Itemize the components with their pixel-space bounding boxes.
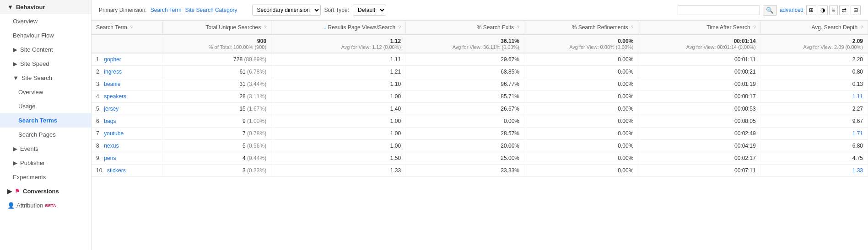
cell-searches: 4 (0.44%) bbox=[162, 152, 271, 165]
advanced-link[interactable]: advanced bbox=[780, 7, 803, 13]
sort-icon: ↓ bbox=[323, 24, 328, 31]
pie-view-button[interactable]: ◑ bbox=[818, 5, 828, 15]
col-search-refinements: % Search Refinements ? bbox=[524, 21, 638, 35]
term-link[interactable]: bags bbox=[104, 118, 116, 124]
list-view-button[interactable]: ≡ bbox=[829, 5, 838, 15]
secondary-dimension-select[interactable]: Secondary dimension bbox=[252, 5, 321, 16]
person-icon: 👤 bbox=[7, 202, 15, 209]
cell-depth: 4.75 bbox=[760, 152, 868, 165]
cell-time: 00:01:11 bbox=[638, 53, 760, 66]
cell-term: 4. speakers bbox=[92, 90, 162, 103]
term-link[interactable]: nexus bbox=[104, 143, 119, 149]
totals-searches-value: 900 bbox=[257, 38, 266, 44]
sidebar-item-behaviour-flow[interactable]: Behaviour Flow bbox=[0, 28, 91, 43]
chevron-right-icon: ▶ bbox=[7, 188, 12, 195]
col-time-after-search: Time After Search ? bbox=[638, 21, 760, 35]
sidebar-item-site-content[interactable]: ▶ Site Content bbox=[0, 43, 91, 57]
compare-view-button[interactable]: ⇄ bbox=[839, 5, 849, 15]
sidebar-item-label: Conversions bbox=[23, 188, 59, 195]
sidebar-item-search-pages[interactable]: Search Pages bbox=[0, 128, 91, 142]
cell-exits: 29.67% bbox=[406, 53, 524, 66]
cell-term: 3. beanie bbox=[92, 78, 162, 90]
term-link[interactable]: speakers bbox=[104, 93, 126, 100]
table-row: 2. ingress 61 (6.78%) 1.21 68.85% 0.00% … bbox=[92, 66, 868, 78]
sidebar-item-overview[interactable]: Overview bbox=[0, 14, 91, 28]
cell-depth: 2.27 bbox=[760, 103, 868, 115]
row-number: 9. bbox=[96, 155, 101, 161]
term-link[interactable]: stickers bbox=[107, 167, 126, 174]
cell-searches: 3 (0.33%) bbox=[162, 165, 271, 177]
term-link[interactable]: gopher bbox=[104, 56, 121, 63]
cell-time: 00:01:19 bbox=[638, 78, 760, 90]
row-number: 3. bbox=[96, 81, 101, 87]
totals-refinements: 0.00% Avg for View: 0.00% (0.00%) bbox=[524, 35, 638, 53]
sidebar-item-site-search-overview[interactable]: Overview bbox=[0, 85, 91, 99]
term-link[interactable]: jersey bbox=[104, 106, 119, 112]
sidebar-item-attribution[interactable]: 👤 Attribution BETA bbox=[0, 198, 91, 213]
cell-depth: 1.11 bbox=[760, 90, 868, 103]
row-number: 7. bbox=[96, 130, 101, 137]
site-search-category-link[interactable]: Site Search Category bbox=[185, 7, 237, 13]
sidebar-item-search-terms[interactable]: Search Terms bbox=[0, 113, 91, 128]
row-number: 8. bbox=[96, 143, 101, 149]
sidebar-item-experiments[interactable]: Experiments bbox=[0, 170, 91, 184]
col-search-term: Search Term ? bbox=[92, 21, 162, 35]
term-link[interactable]: pens bbox=[104, 155, 116, 161]
term-link[interactable]: ingress bbox=[104, 69, 122, 75]
cell-views: 1.50 bbox=[271, 152, 406, 165]
search-button[interactable]: 🔍 bbox=[763, 5, 777, 16]
cell-refinements: 0.00% bbox=[524, 103, 638, 115]
cell-refinements: 0.00% bbox=[524, 53, 638, 66]
searches-pct: (0.78%) bbox=[247, 130, 266, 137]
chevron-down-icon: ▼ bbox=[7, 4, 13, 11]
cell-exits: 33.33% bbox=[406, 165, 524, 177]
sidebar-item-events[interactable]: ▶ Events bbox=[0, 142, 91, 156]
cell-depth: 1.71 bbox=[760, 128, 868, 140]
cell-exits: 20.00% bbox=[406, 140, 524, 152]
search-input[interactable] bbox=[678, 5, 760, 15]
columns-view-button[interactable]: ⊟ bbox=[851, 5, 861, 15]
cell-term: 10. stickers bbox=[92, 165, 162, 177]
sidebar-item-conversions[interactable]: ▶ ⚑ Conversions bbox=[0, 184, 91, 198]
cell-exits: 26.67% bbox=[406, 103, 524, 115]
row-number: 4. bbox=[96, 93, 101, 100]
sort-type-select[interactable]: Default bbox=[353, 5, 386, 16]
cell-refinements: 0.00% bbox=[524, 152, 638, 165]
sidebar-item-site-speed[interactable]: ▶ Site Speed bbox=[0, 57, 91, 71]
sidebar-item-label: Behaviour bbox=[16, 4, 45, 11]
sidebar-item-label: Publisher bbox=[20, 160, 45, 166]
term-link[interactable]: beanie bbox=[104, 81, 120, 87]
table-container: Search Term ? Total Unique Searches ? ↓ … bbox=[92, 21, 868, 177]
sidebar-item-behaviour[interactable]: ▼ Behaviour bbox=[0, 0, 91, 14]
search-term-link[interactable]: Search Term bbox=[151, 7, 182, 13]
cell-refinements: 0.00% bbox=[524, 140, 638, 152]
cell-term: 8. nexus bbox=[92, 140, 162, 152]
cell-views: 1.10 bbox=[271, 78, 406, 90]
chevron-right-icon: ▶ bbox=[13, 46, 17, 53]
primary-dimension-label: Primary Dimension: bbox=[99, 7, 147, 13]
col-label-time: Time After Search bbox=[706, 24, 750, 31]
cell-searches: 9 (1.00%) bbox=[162, 115, 271, 128]
totals-label bbox=[92, 35, 162, 53]
term-link[interactable]: youtube bbox=[104, 130, 124, 137]
chevron-down-icon: ▼ bbox=[13, 74, 19, 81]
totals-depth-value: 2.09 bbox=[852, 38, 863, 44]
col-total-unique-searches: Total Unique Searches ? bbox=[162, 21, 271, 35]
sidebar-item-publisher[interactable]: ▶ Publisher bbox=[0, 156, 91, 170]
sidebar-item-label: Usage bbox=[18, 103, 36, 110]
totals-depth-avg: Avg for View: 2.09 (0.00%) bbox=[766, 44, 863, 50]
searches-pct: (3.11%) bbox=[247, 93, 266, 100]
cell-time: 00:00:17 bbox=[638, 90, 760, 103]
data-table: Search Term ? Total Unique Searches ? ↓ … bbox=[92, 21, 868, 177]
cell-time: 00:00:21 bbox=[638, 66, 760, 78]
cell-searches: 5 (0.56%) bbox=[162, 140, 271, 152]
totals-views-avg: Avg for View: 1.12 (0.00%) bbox=[276, 44, 401, 50]
searches-pct: (80.89%) bbox=[244, 56, 266, 63]
cell-term: 7. youtube bbox=[92, 128, 162, 140]
sidebar-item-site-search[interactable]: ▼ Site Search bbox=[0, 71, 91, 85]
sidebar-item-usage[interactable]: Usage bbox=[0, 99, 91, 113]
cell-depth: 1.33 bbox=[760, 165, 868, 177]
cell-views: 1.00 bbox=[271, 140, 406, 152]
grid-view-button[interactable]: ⊞ bbox=[806, 5, 816, 15]
searches-pct: (0.44%) bbox=[247, 155, 266, 161]
